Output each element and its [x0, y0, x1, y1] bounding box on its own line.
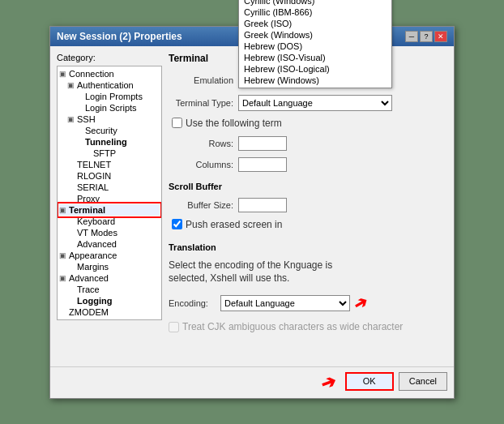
terminal-type-label: Terminal Type: [169, 98, 233, 108]
ok-button[interactable]: OK [345, 372, 394, 391]
sidebar-item-vt-modes[interactable]: VT Modes [59, 227, 160, 238]
sidebar-item-security[interactable]: Security [59, 125, 160, 136]
rows-input[interactable] [238, 136, 287, 151]
sidebar-label-login-prompts: Login Prompts [85, 92, 143, 101]
sidebar-item-terminal[interactable]: ▣ Terminal [59, 204, 160, 216]
sidebar-item-tunneling[interactable]: Tunneling [59, 136, 160, 148]
sidebar-label-advanced2: Advanced [69, 273, 109, 283]
translation-text1: Select the encoding of the K [169, 259, 290, 271]
sidebar-item-appearance[interactable]: ▣ Appearance [59, 250, 160, 261]
use-following-checkbox[interactable] [172, 118, 182, 128]
sidebar-item-telnet[interactable]: TELNET [59, 159, 160, 170]
sidebar-label-tunneling: Tunneling [85, 137, 127, 147]
cancel-button[interactable]: Cancel [399, 372, 447, 391]
dropdown-item-hebrew-dos[interactable]: Hebrew (DOS) [239, 41, 391, 52]
sidebar-item-advanced2[interactable]: ▣ Advanced [59, 272, 160, 284]
dropdown-item-cyr-ibm866[interactable]: Cyrillic (IBM-866) [239, 6, 391, 18]
sidebar-item-rlogin[interactable]: RLOGIN [59, 170, 160, 182]
sidebar-label-rlogin: RLOGIN [77, 171, 111, 181]
sidebar-label-ssh: SSH [77, 114, 96, 124]
emulation-dropdown-container: Default Language Unicode (UTF-8) Arabic … [238, 72, 447, 88]
translation-suffix2: s. [282, 272, 289, 284]
minimize-button[interactable]: ─ [405, 31, 418, 42]
dropdown-item-hebrew-logical[interactable]: Hebrew (ISO-Logical) [239, 63, 391, 75]
cjk-checkbox[interactable] [169, 322, 179, 332]
emulation-row: Emulation Default Language Unicode (UTF-… [169, 72, 447, 88]
use-following-label: Use the following term [186, 118, 282, 129]
sidebar-label-trace: Trace [77, 285, 100, 294]
sidebar-item-proxy[interactable]: Proxy [59, 193, 160, 204]
sidebar-item-sftp[interactable]: SFTP [59, 148, 160, 159]
push-erased-label: Push erased screen in [186, 219, 282, 230]
dropdown-item-japanese-euc[interactable]: Japanese (EUC) [239, 86, 391, 88]
sidebar-item-advanced[interactable]: Advanced [59, 238, 160, 250]
dialog-footer: ➔ OK Cancel [50, 366, 454, 398]
sidebar-item-ssh[interactable]: ▣ SSH [59, 113, 160, 125]
expand-icon: ▣ [59, 70, 67, 78]
encoding-select[interactable]: Default Language [220, 295, 350, 311]
expand-icon-appearance: ▣ [59, 251, 67, 259]
push-erased-checkbox[interactable] [172, 219, 182, 229]
columns-input[interactable] [238, 157, 287, 172]
expand-icon-ssh: ▣ [67, 115, 75, 123]
sidebar-label-vt-modes: VT Modes [77, 228, 117, 238]
sidebar-label-authentication: Authentication [77, 80, 134, 90]
sidebar-item-zmodem[interactable]: ZMODEM [59, 306, 160, 318]
sidebar-label-logging: Logging [77, 296, 112, 306]
rows-row: Rows: [169, 136, 447, 151]
sidebar-item-login-scripts[interactable]: Login Scripts [59, 102, 160, 113]
sidebar-label-keyboard: Keyboard [77, 216, 115, 226]
close-button[interactable]: ✕ [434, 31, 447, 42]
sidebar-label-serial: SERIAL [77, 182, 109, 192]
sidebar-label-terminal: Terminal [69, 205, 105, 215]
terminal-type-select[interactable]: Default Language [238, 95, 392, 111]
sidebar-label-security: Security [85, 126, 117, 135]
sidebar-label-appearance: Appearance [69, 251, 117, 260]
sidebar-label-advanced: Advanced [77, 239, 117, 249]
buffer-size-row: Buffer Size: [169, 198, 447, 212]
buffer-size-input[interactable] [238, 198, 287, 212]
main-panel: Terminal Emulation Default Language Unic… [169, 53, 447, 360]
sidebar-item-connection[interactable]: ▣ Connection [59, 68, 160, 79]
sidebar-item-login-prompts[interactable]: Login Prompts [59, 91, 160, 102]
encoding-arrow: ➔ [349, 291, 371, 315]
sidebar-item-logging[interactable]: Logging [59, 295, 160, 306]
sidebar-item-authentication[interactable]: ▣ Authentication [59, 79, 160, 91]
terminal-type-row: Terminal Type: Default Language [169, 95, 447, 111]
sidebar-item-keyboard[interactable]: Keyboard [59, 216, 160, 227]
category-label: Category: [57, 53, 162, 62]
cjk-label: Treat CJK ambiguous characters as wide c… [182, 321, 403, 332]
emulation-dropdown-list[interactable]: Default Language Unicode (UTF-8) Arabic … [238, 0, 392, 88]
dropdown-item-greek-iso[interactable]: Greek (ISO) [239, 18, 391, 29]
sidebar-label-proxy: Proxy [77, 194, 100, 203]
translation-text: Select the encoding of the Knguage is se… [169, 259, 447, 286]
translation-title: Translation [169, 242, 447, 252]
dialog-body: Category: ▣ Connection ▣ Authentication … [50, 46, 454, 366]
dropdown-item-hebrew-windows[interactable]: Hebrew (Windows) [239, 75, 391, 86]
translation-suffix1: nguage is [290, 259, 332, 271]
dialog-title: New Session (2) Properties [57, 31, 182, 42]
help-button[interactable]: ? [420, 31, 433, 42]
sidebar-item-margins[interactable]: Margins [59, 261, 160, 272]
dialog: New Session (2) Properties ─ ? ✕ Categor… [49, 26, 455, 399]
dropdown-item-hebrew-visual[interactable]: Hebrew (ISO-Visual) [239, 52, 391, 63]
sidebar-label-zmodem: ZMODEM [69, 307, 109, 317]
dropdown-item-cyr-windows[interactable]: Cyrillic (Windows) [239, 0, 391, 6]
rows-label: Rows: [169, 139, 233, 148]
use-following-row: Use the following term [169, 118, 447, 129]
sidebar-label-telnet: TELNET [77, 160, 111, 169]
buffer-size-label: Buffer Size: [169, 200, 233, 210]
dropdown-item-greek-windows[interactable]: Greek (Windows) [239, 29, 391, 41]
title-bar-buttons: ─ ? ✕ [405, 31, 447, 42]
sidebar-item-serial[interactable]: SERIAL [59, 182, 160, 193]
sidebar-item-trace[interactable]: Trace [59, 284, 160, 295]
sidebar-label-connection: Connection [69, 69, 114, 79]
sidebar-label-margins: Margins [77, 262, 109, 272]
columns-label: Columns: [169, 160, 233, 169]
sidebar-label-sftp: SFTP [93, 148, 116, 158]
translation-text2: selected, Xshell will use th [169, 272, 282, 284]
sidebar-label-login-scripts: Login Scripts [85, 103, 137, 113]
cjk-row: Treat CJK ambiguous characters as wide c… [169, 321, 447, 332]
push-erased-row: Push erased screen in [169, 219, 447, 230]
expand-icon-advanced2: ▣ [59, 274, 67, 282]
